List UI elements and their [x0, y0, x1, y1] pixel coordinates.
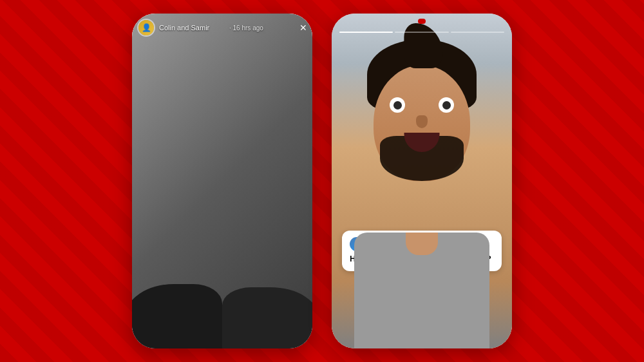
story-progress-bars	[339, 32, 504, 33]
pupil-left	[393, 101, 402, 110]
eyes-row	[390, 97, 454, 113]
shirt-collar	[406, 233, 438, 255]
pupil-right	[442, 101, 451, 110]
right-status-bar	[332, 14, 512, 29]
thumbnail-channel-avatar: 👤	[137, 19, 155, 37]
progress-bar-1	[339, 32, 393, 33]
person-nose	[416, 115, 428, 128]
person-photo	[332, 14, 512, 348]
progress-bar-3	[451, 32, 504, 33]
channel-name: Colin and Samir	[159, 24, 225, 32]
thumbnail-header: 👤 Colin and Samir · 16 hrs ago ✕	[137, 19, 307, 37]
hair-silhouette-left	[132, 284, 222, 348]
hair-silhouette-right	[222, 287, 312, 348]
progress-bar-2	[395, 32, 448, 33]
right-phone: Antonia Hidalgo Hey! Will you guys be at…	[332, 14, 512, 348]
thumbnail-time: · 16 hrs ago	[229, 24, 296, 32]
left-phone: 👤 Colin and Samir · 16 hrs ago ✕ Comment…	[132, 14, 312, 348]
thumbnail-close-btn[interactable]: ✕	[299, 23, 307, 33]
avatar-inner: 👤	[138, 20, 154, 35]
phones-container: 👤 Colin and Samir · 16 hrs ago ✕ Comment…	[132, 14, 512, 348]
eye-right	[439, 97, 454, 113]
eye-left	[390, 97, 405, 113]
story-background	[332, 14, 512, 348]
right-status-dot	[418, 19, 426, 24]
